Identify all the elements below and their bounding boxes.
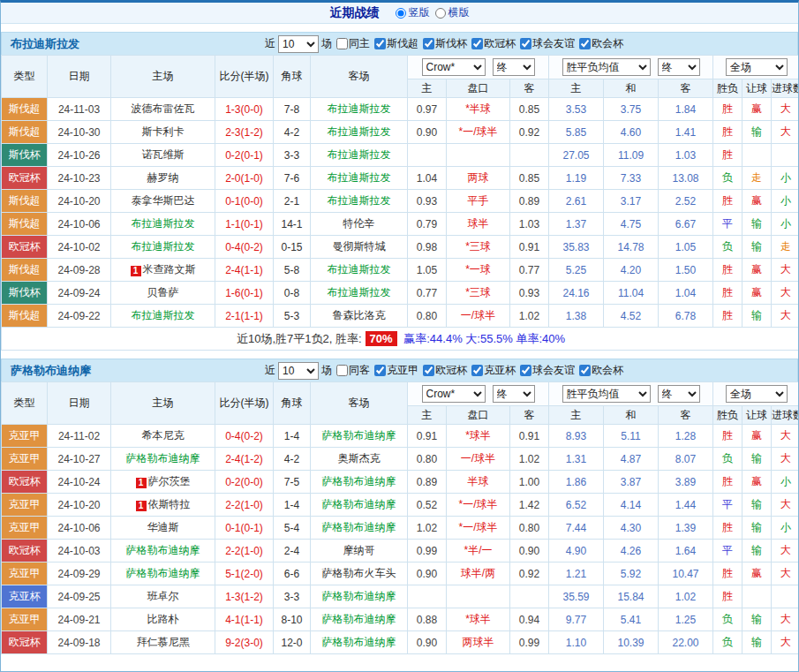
away-team[interactable]: 布拉迪斯拉发 [328, 286, 391, 298]
home-team[interactable]: 萨格勒布迪纳摩 [126, 567, 200, 579]
away-team[interactable]: 摩纳哥 [343, 544, 375, 556]
filter-checkbox[interactable]: 同客 [336, 363, 370, 378]
filter-checkbox[interactable]: 克亚杯 [471, 363, 516, 378]
home-team[interactable]: 拜仁慕尼黑 [137, 636, 190, 648]
mean-draw: 4.26 [604, 540, 659, 563]
filter-checkbox-input[interactable] [336, 365, 348, 376]
mean-home: 6.52 [549, 494, 604, 517]
home-team[interactable]: 萨格勒布迪纳摩 [126, 452, 200, 464]
filter-checkbox-input[interactable] [374, 365, 386, 376]
away-team[interactable]: 萨格勒布迪纳摩 [322, 429, 396, 442]
mean-home: 27.05 [549, 144, 604, 167]
filter-checkbox-input[interactable] [423, 38, 434, 49]
mean-home: 35.83 [549, 236, 604, 259]
mean-away: 1.41 [659, 121, 713, 144]
mean-home: 1.37 [549, 213, 604, 236]
filter-checkbox-input[interactable] [579, 365, 591, 376]
odds-stage-select[interactable]: 终 [493, 385, 535, 403]
matches-table: 类型日期主场比分(半场)角球客场Crow*终胜平负均值终全场主盘口客主和客胜负让… [1, 381, 799, 654]
home-team[interactable]: 班卓尔 [147, 590, 179, 602]
away-team[interactable]: 萨格勒布迪纳摩 [322, 590, 396, 602]
filter-checkbox[interactable]: 斯伐超 [374, 36, 418, 51]
view-mode-horizontal[interactable]: 横版 [435, 5, 470, 20]
recent-label: 近 [265, 363, 275, 378]
home-team[interactable]: 斯卡利卡 [142, 125, 185, 138]
filter-checkbox-input[interactable] [520, 38, 531, 49]
column-subheader: 主 [408, 79, 447, 98]
away-team[interactable]: 萨格勒布迪纳摩 [322, 475, 396, 487]
home-team[interactable]: 泰拿华斯巴达 [132, 194, 195, 207]
away-team[interactable]: 鲁森比洛克 [333, 309, 386, 321]
filter-checkbox[interactable]: 欧冠杯 [471, 36, 516, 51]
filter-checkbox[interactable]: 欧冠杯 [423, 363, 467, 378]
away-team[interactable]: 布拉迪斯拉发 [328, 171, 391, 184]
away-team[interactable]: 萨格勒布迪纳摩 [322, 498, 396, 510]
odds-provider-select[interactable]: Crow* [422, 385, 486, 403]
filter-checkbox-input[interactable] [579, 38, 591, 49]
odds-provider-select[interactable]: Crow* [422, 58, 486, 76]
home-team[interactable]: 萨尔茨堡 [148, 475, 191, 487]
home-team[interactable]: 萨格勒布迪纳摩 [126, 544, 200, 556]
view-mode-horizontal-radio[interactable] [435, 8, 446, 19]
view-mode-vertical-radio[interactable] [396, 8, 406, 19]
home-team[interactable]: 华迪斯 [147, 521, 179, 533]
scope-select[interactable]: 全场 [726, 385, 788, 403]
away-team[interactable]: 萨格勒布迪纳摩 [322, 613, 396, 625]
filter-checkbox[interactable]: 球会友谊 [520, 363, 575, 378]
filter-checkbox-input[interactable] [374, 38, 386, 49]
home-team[interactable]: 比路朴 [147, 613, 179, 625]
filter-checkbox[interactable]: 球会友谊 [520, 36, 575, 51]
recent-count-select[interactable]: 10 [278, 35, 319, 53]
filter-checkbox-input[interactable] [336, 38, 348, 49]
home-team[interactable]: 赫罗纳 [147, 171, 179, 184]
mean-type-select[interactable]: 胜平负均值 [562, 385, 651, 403]
filter-checkbox[interactable]: 欧会杯 [579, 363, 623, 378]
filter-checkbox-input[interactable] [471, 365, 483, 376]
home-team[interactable]: 诺瓦维斯 [142, 148, 185, 161]
away-team[interactable]: 萨格勒布火车头 [322, 567, 396, 579]
home-team[interactable]: 布拉迪斯拉发 [132, 309, 195, 321]
home-team[interactable]: 希本尼克 [142, 429, 185, 442]
home-team[interactable]: 波德布雷佐瓦 [132, 102, 195, 115]
home-team[interactable]: 米查路文斯 [143, 263, 196, 276]
section-filters: 近10场同主斯伐超斯伐杯欧冠杯球会友谊欧会杯 [265, 35, 623, 53]
away-team[interactable]: 布拉迪斯拉发 [328, 263, 391, 276]
away-team[interactable]: 布拉迪斯拉发 [328, 102, 391, 115]
home-team[interactable]: 贝鲁萨 [147, 286, 179, 298]
filter-checkbox[interactable]: 斯伐杯 [423, 36, 467, 51]
away-team[interactable]: 特伦辛 [343, 217, 375, 230]
filter-checkbox-input[interactable] [471, 38, 483, 49]
odds-home: 0.99 [408, 540, 447, 563]
away-team[interactable]: 萨格勒布迪纳摩 [322, 636, 396, 648]
filter-checkbox[interactable]: 同主 [336, 36, 370, 51]
recent-count-select[interactable]: 10 [278, 362, 319, 380]
filter-checkbox-input[interactable] [423, 365, 434, 376]
away-team[interactable]: 布拉迪斯拉发 [328, 148, 391, 161]
result-goals: 大 [772, 563, 799, 585]
filter-checkbox[interactable]: 克亚甲 [374, 363, 418, 378]
mean-away: 1.39 [659, 517, 713, 540]
red-card-badge: 1 [136, 501, 147, 511]
view-mode-vertical[interactable]: 竖版 [396, 5, 430, 20]
mean-stage-select[interactable]: 终 [658, 385, 700, 403]
mean-draw: 15.84 [604, 585, 659, 608]
filter-checkbox-input[interactable] [520, 365, 531, 376]
filter-label: 球会友谊 [532, 363, 575, 378]
home-team[interactable]: 依斯特拉 [148, 498, 191, 510]
home-team[interactable]: 布拉迪斯拉发 [132, 217, 195, 230]
odds-away: 0.77 [510, 259, 549, 282]
away-team[interactable]: 萨格勒布迪纳摩 [322, 521, 396, 533]
odds-stage-select[interactable]: 终 [493, 58, 535, 76]
mean-stage-select[interactable]: 终 [658, 58, 700, 76]
away-team[interactable]: 布拉迪斯拉发 [328, 194, 391, 207]
away-team[interactable]: 布拉迪斯拉发 [328, 125, 391, 138]
home-team[interactable]: 布拉迪斯拉发 [132, 240, 195, 253]
filter-checkbox[interactable]: 欧会杯 [579, 36, 623, 51]
result-handicap: 输 [742, 213, 772, 236]
team-section: 布拉迪斯拉发近10场同主斯伐超斯伐杯欧冠杯球会友谊欧会杯类型日期主场比分(半场)… [1, 32, 798, 351]
scope-select[interactable]: 全场 [726, 58, 788, 76]
mean-type-select[interactable]: 胜平负均值 [562, 58, 651, 76]
away-team[interactable]: 曼彻斯特城 [333, 240, 386, 253]
odds-away: 1.02 [510, 305, 549, 328]
away-team[interactable]: 奥斯杰克 [338, 452, 381, 464]
